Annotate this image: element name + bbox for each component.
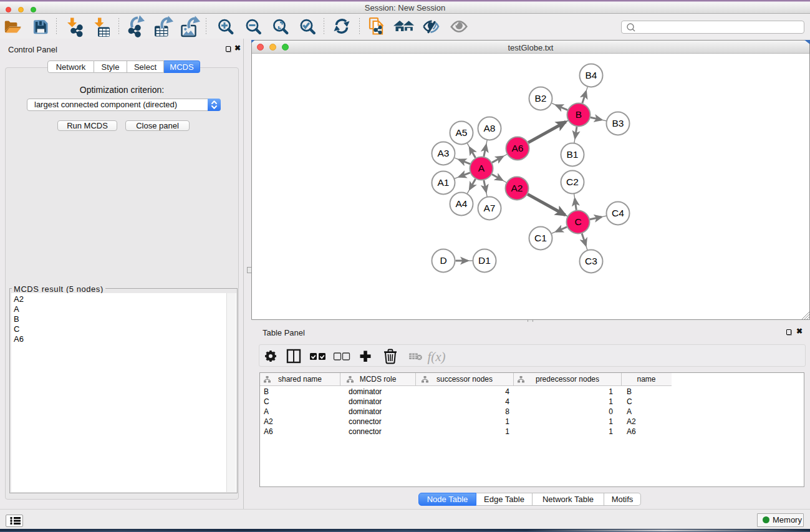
svg-text:A4: A4 — [456, 198, 468, 209]
svg-text:C2: C2 — [566, 177, 579, 187]
svg-text:B2: B2 — [535, 93, 547, 104]
svg-text:A8: A8 — [484, 123, 496, 133]
svg-text:C3: C3 — [585, 256, 597, 266]
svg-text:D: D — [440, 255, 446, 266]
svg-text:D1: D1 — [478, 255, 491, 266]
svg-text:A5: A5 — [456, 127, 468, 138]
svg-text:A: A — [478, 163, 485, 173]
svg-text:A3: A3 — [438, 148, 450, 158]
svg-text:C1: C1 — [534, 233, 547, 243]
svg-text:B3: B3 — [612, 118, 624, 128]
svg-text:A2: A2 — [511, 183, 523, 193]
svg-text:B1: B1 — [567, 149, 579, 160]
svg-text:f(x): f(x) — [427, 349, 445, 364]
svg-text:B: B — [576, 109, 582, 120]
svg-text:B4: B4 — [586, 70, 597, 80]
svg-text:A1: A1 — [438, 177, 450, 188]
svg-text:C: C — [574, 216, 581, 227]
svg-text:A7: A7 — [484, 203, 496, 213]
svg-text:A6: A6 — [512, 143, 524, 153]
svg-text:C4: C4 — [612, 208, 624, 218]
